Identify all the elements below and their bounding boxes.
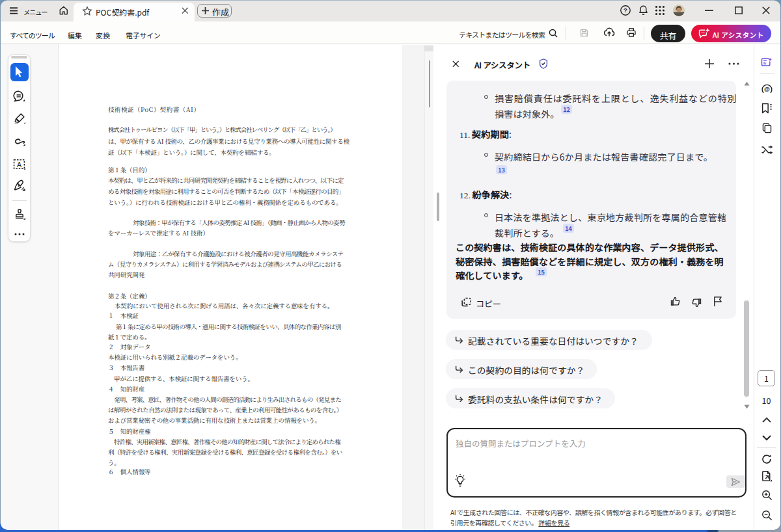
svg-text:@: @ <box>764 86 770 92</box>
svg-text:?: ? <box>623 7 627 14</box>
svg-text:A: A <box>17 161 22 168</box>
